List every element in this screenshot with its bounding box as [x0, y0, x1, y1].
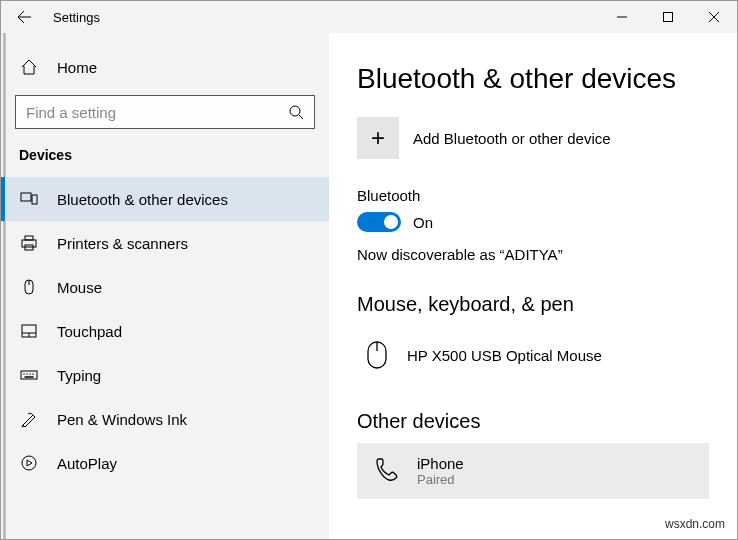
- add-device-button[interactable]: + Add Bluetooth or other device: [357, 117, 709, 159]
- pen-icon: [19, 409, 39, 429]
- sidebar-item-autoplay[interactable]: AutoPlay: [1, 441, 329, 485]
- content-pane: Bluetooth & other devices + Add Bluetoot…: [329, 33, 737, 539]
- printer-icon: [19, 233, 39, 253]
- add-device-label: Add Bluetooth or other device: [413, 130, 611, 147]
- sidebar-item-label: Bluetooth & other devices: [57, 191, 228, 208]
- svg-rect-4: [22, 240, 36, 247]
- autoplay-icon: [19, 453, 39, 473]
- minimize-button[interactable]: [599, 1, 645, 33]
- mouse-device-row[interactable]: HP X500 USB Optical Mouse: [357, 326, 709, 384]
- bluetooth-section-label: Bluetooth: [357, 187, 709, 204]
- mouse-section-header: Mouse, keyboard, & pen: [357, 293, 709, 316]
- svg-rect-0: [664, 13, 673, 22]
- window-title: Settings: [47, 10, 599, 25]
- titlebar: Settings: [1, 1, 737, 33]
- mouse-icon: [19, 277, 39, 297]
- maximize-icon: [663, 12, 673, 22]
- maximize-button[interactable]: [645, 1, 691, 33]
- toggle-knob: [384, 215, 398, 229]
- svg-rect-2: [21, 193, 31, 201]
- bluetooth-toggle-row: On: [357, 212, 709, 232]
- body: Home Devices Bluetooth & other devices: [1, 33, 737, 539]
- keyboard-icon: [19, 365, 39, 385]
- sidebar-item-label: Pen & Windows Ink: [57, 411, 187, 428]
- sidebar-item-printers[interactable]: Printers & scanners: [1, 221, 329, 265]
- sidebar-item-pen[interactable]: Pen & Windows Ink: [1, 397, 329, 441]
- sidebar-inner: Home Devices Bluetooth & other devices: [1, 45, 329, 485]
- phone-icon: [367, 453, 403, 489]
- svg-rect-5: [25, 236, 33, 240]
- minimize-icon: [617, 12, 627, 22]
- category-heading: Devices: [1, 147, 329, 177]
- search-input[interactable]: [26, 104, 288, 121]
- sidebar-item-label: Mouse: [57, 279, 102, 296]
- home-nav[interactable]: Home: [1, 45, 329, 89]
- sidebar-item-bluetooth[interactable]: Bluetooth & other devices: [1, 177, 329, 221]
- device-card-text: iPhone Paired: [417, 455, 464, 487]
- other-device-status: Paired: [417, 472, 464, 487]
- arrow-left-icon: [16, 9, 32, 25]
- close-icon: [709, 12, 719, 22]
- devices-icon: [19, 189, 39, 209]
- search-box[interactable]: [15, 95, 315, 129]
- sidebar-item-label: AutoPlay: [57, 455, 117, 472]
- window-controls: [599, 1, 737, 33]
- sidebar-item-mouse[interactable]: Mouse: [1, 265, 329, 309]
- close-button[interactable]: [691, 1, 737, 33]
- other-device-name: iPhone: [417, 455, 464, 472]
- back-button[interactable]: [1, 1, 47, 33]
- sidebar-item-touchpad[interactable]: Touchpad: [1, 309, 329, 353]
- svg-point-10: [22, 456, 36, 470]
- sidebar-item-label: Printers & scanners: [57, 235, 188, 252]
- toggle-state-label: On: [413, 214, 433, 231]
- page-title: Bluetooth & other devices: [357, 63, 709, 95]
- other-device-card[interactable]: iPhone Paired: [357, 443, 709, 499]
- other-section-header: Other devices: [357, 410, 709, 433]
- settings-window: Settings Home: [0, 0, 738, 540]
- mouse-device-name: HP X500 USB Optical Mouse: [407, 347, 602, 364]
- touchpad-icon: [19, 321, 39, 341]
- sidebar: Home Devices Bluetooth & other devices: [1, 33, 329, 539]
- home-label: Home: [57, 59, 97, 76]
- mouse-device-icon: [361, 334, 393, 376]
- search-icon: [288, 104, 304, 120]
- discoverable-text: Now discoverable as “ADITYA”: [357, 246, 709, 263]
- sidebar-item-typing[interactable]: Typing: [1, 353, 329, 397]
- other-devices-list: iPhone Paired: [357, 443, 709, 499]
- bluetooth-toggle[interactable]: [357, 212, 401, 232]
- home-icon: [19, 57, 39, 77]
- sidebar-item-label: Touchpad: [57, 323, 122, 340]
- svg-rect-3: [32, 195, 37, 204]
- svg-rect-9: [21, 371, 37, 379]
- svg-point-1: [290, 106, 300, 116]
- plus-icon: +: [357, 117, 399, 159]
- sidebar-item-label: Typing: [57, 367, 101, 384]
- watermark: wsxdn.com: [665, 517, 725, 531]
